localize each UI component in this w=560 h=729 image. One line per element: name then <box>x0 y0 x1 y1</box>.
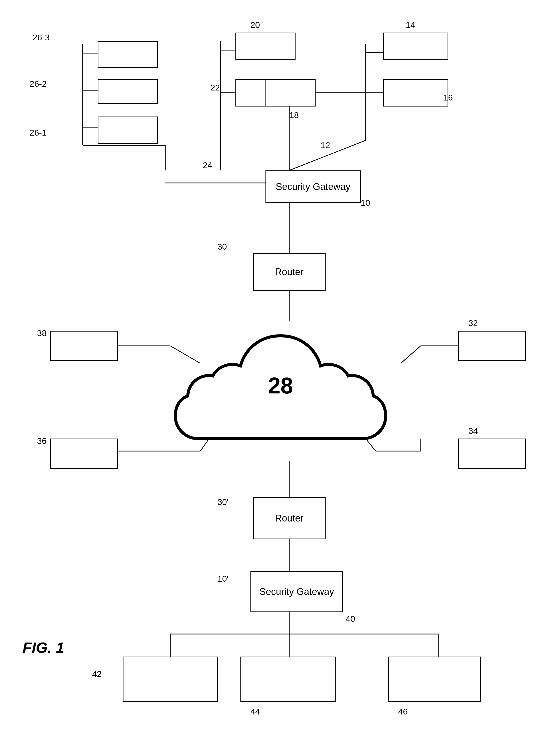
cloud-shape: 28 <box>155 316 406 466</box>
router-top-label: Router <box>275 267 304 277</box>
router-top: Router <box>253 253 326 291</box>
label-32: 32 <box>468 318 478 328</box>
security-gateway-top-label: Security Gateway <box>276 181 350 192</box>
router-bottom-label: Router <box>275 513 304 524</box>
box-26-2 <box>98 79 158 104</box>
security-gateway-bottom-label: Security Gateway <box>259 586 334 597</box>
box-26-1 <box>98 116 158 144</box>
label-46: 46 <box>398 707 408 716</box>
box-46 <box>388 657 481 702</box>
box-34 <box>458 439 526 469</box>
label-34: 34 <box>468 426 478 436</box>
box-18 <box>265 79 316 106</box>
label-12: 12 <box>321 140 330 150</box>
label-10: 10 <box>361 198 370 208</box>
label-36: 36 <box>37 436 47 446</box>
label-26-1: 26-1 <box>30 128 47 138</box>
label-44: 44 <box>250 707 260 716</box>
security-gateway-top: Security Gateway <box>265 170 361 203</box>
label-20: 20 <box>250 20 260 30</box>
box-16 <box>383 79 448 106</box>
box-36 <box>50 439 118 469</box>
box-26-3 <box>98 41 158 68</box>
label-18: 18 <box>289 110 299 120</box>
svg-text:28: 28 <box>268 373 293 398</box>
router-bottom: Router <box>253 497 326 539</box>
fig-label: FIG. 1 <box>23 639 64 656</box>
box-38 <box>50 331 118 361</box>
label-30: 30 <box>217 242 227 251</box>
label-26-3: 26-3 <box>33 33 50 42</box>
label-14: 14 <box>406 20 415 30</box>
label-38: 38 <box>37 328 47 338</box>
label-22: 22 <box>210 83 220 92</box>
label-42: 42 <box>92 669 102 679</box>
label-24: 24 <box>203 160 212 170</box>
box-20 <box>235 33 296 60</box>
box-14 <box>383 33 448 60</box>
label-26-2: 26-2 <box>30 79 47 89</box>
box-32 <box>458 331 526 361</box>
label-40: 40 <box>346 614 355 624</box>
label-10p: 10' <box>217 574 228 584</box>
box-42 <box>123 657 218 702</box>
security-gateway-bottom: Security Gateway <box>250 571 343 612</box>
label-30p: 30' <box>217 497 228 507</box>
box-44 <box>240 657 336 702</box>
label-16: 16 <box>443 93 453 102</box>
diagram: 26-3 26-2 26-1 20 22 14 16 18 Security G… <box>0 0 560 729</box>
